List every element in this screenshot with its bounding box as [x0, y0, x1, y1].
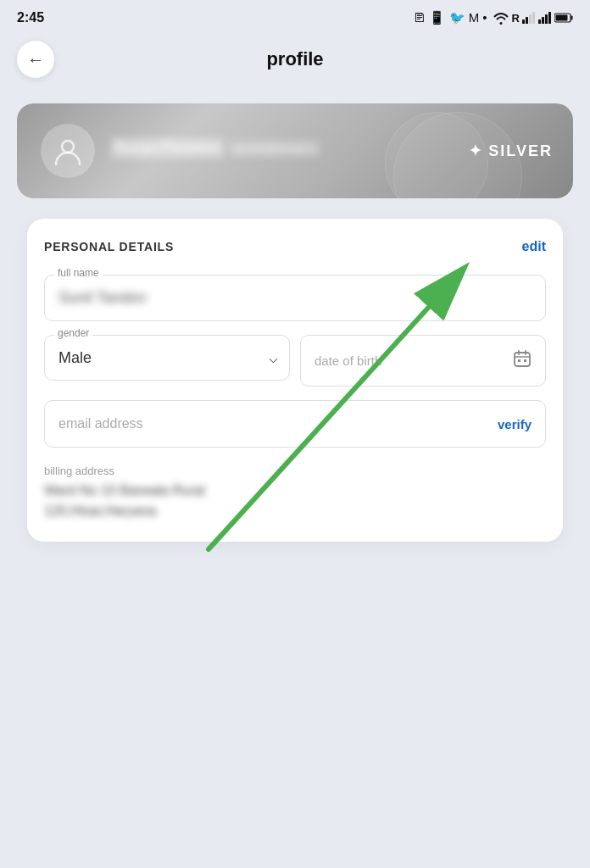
calendar-icon: [513, 349, 532, 372]
billing-value: Ward No 10 Barwala Rural 120,Hisar,Harya…: [44, 481, 546, 521]
gender-field: gender Male Female Other ⌵: [44, 335, 290, 387]
carrier-r: R: [512, 12, 520, 25]
status-bar: 2:45 🖹 📱 🐦 M • R: [0, 0, 590, 32]
status-icons: 🖹 📱 🐦 M • R: [413, 10, 573, 25]
back-arrow-icon: ←: [27, 50, 44, 70]
gender-label: gender: [54, 327, 92, 339]
billing-line2: 120,Hisar,Haryana: [44, 504, 157, 518]
battery-icon: [554, 13, 573, 23]
dob-label: date of birth: [314, 353, 381, 368]
email-field: email address verify: [44, 400, 546, 448]
billing-label: billing address: [44, 465, 546, 477]
svg-point-11: [62, 141, 74, 153]
back-button[interactable]: ←: [17, 41, 54, 78]
billing-line1: Ward No 10 Barwala Rural: [44, 483, 205, 498]
signal-icon-1: [522, 12, 536, 24]
connectivity-icons: R: [493, 11, 573, 25]
gender-select[interactable]: Male Female Other: [44, 335, 290, 381]
full-name-input[interactable]: Sunil Tandon: [44, 275, 546, 321]
page-title: profile: [54, 48, 536, 70]
star-icon: ✦: [469, 142, 483, 160]
notification-icons: 🖹 📱 🐦 M •: [413, 10, 487, 25]
dob-field: date of birth: [300, 335, 546, 387]
svg-rect-14: [524, 359, 526, 362]
svg-rect-4: [538, 19, 541, 24]
header: ← profile: [0, 32, 590, 95]
svg-rect-7: [548, 12, 551, 24]
full-name-field: full name Sunil Tandon: [44, 275, 546, 321]
svg-rect-12: [515, 353, 530, 366]
profile-email: secret@email.c: [228, 140, 320, 157]
profile-card: SurpriTendon secret@email.c ✦ SILVER: [17, 103, 573, 198]
details-card-wrapper: PERSONAL DETAILS edit full name Sunil Ta…: [14, 219, 576, 542]
svg-rect-3: [532, 12, 535, 24]
svg-rect-0: [522, 19, 525, 24]
section-title: PERSONAL DETAILS: [44, 240, 174, 253]
dob-input[interactable]: date of birth: [300, 335, 546, 387]
svg-rect-2: [529, 14, 532, 24]
gender-dob-row: gender Male Female Other ⌵ date of birth: [44, 335, 546, 387]
full-name-value: Sunil Tandon: [58, 289, 147, 306]
svg-rect-9: [571, 16, 573, 20]
billing-section: billing address Ward No 10 Barwala Rural…: [44, 465, 546, 521]
svg-rect-6: [545, 14, 548, 24]
badge-label: SILVER: [488, 142, 553, 160]
full-name-label: full name: [54, 267, 103, 279]
email-placeholder: email address: [58, 416, 143, 431]
status-time: 2:45: [17, 10, 44, 25]
svg-rect-5: [542, 17, 544, 24]
svg-rect-1: [526, 17, 528, 24]
verify-button[interactable]: verify: [498, 417, 532, 431]
membership-badge: ✦ SILVER: [469, 142, 553, 160]
user-icon: [53, 136, 83, 166]
wifi-icon: [493, 11, 509, 25]
svg-rect-10: [556, 15, 568, 21]
signal-icon-2: [538, 12, 552, 24]
avatar: [41, 124, 95, 178]
section-header: PERSONAL DETAILS edit: [44, 239, 546, 254]
profile-info: SurpriTendon secret@email.c: [110, 137, 549, 165]
edit-button[interactable]: edit: [522, 239, 546, 254]
profile-name: SurpriTendon: [110, 137, 225, 159]
svg-rect-13: [518, 359, 520, 362]
email-input[interactable]: email address verify: [44, 400, 546, 448]
personal-details-card: PERSONAL DETAILS edit full name Sunil Ta…: [27, 219, 563, 542]
